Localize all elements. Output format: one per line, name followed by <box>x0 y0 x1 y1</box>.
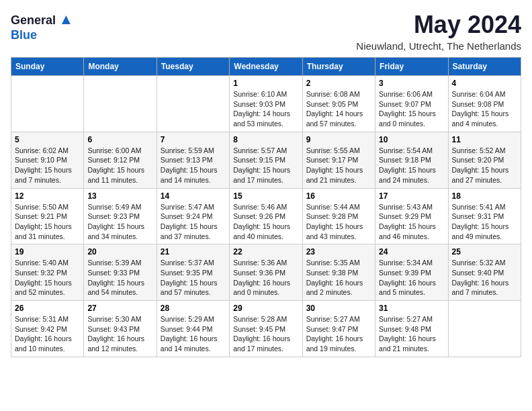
calendar-cell: 17Sunrise: 5:43 AMSunset: 9:29 PMDayligh… <box>375 188 448 244</box>
day-info: Sunrise: 5:50 AMSunset: 9:21 PMDaylight:… <box>15 202 80 242</box>
calendar-cell: 31Sunrise: 5:27 AMSunset: 9:48 PMDayligh… <box>375 301 448 357</box>
day-number: 10 <box>379 135 444 144</box>
calendar-cell: 21Sunrise: 5:37 AMSunset: 9:35 PMDayligh… <box>157 244 229 301</box>
weekday-header-monday: Monday <box>84 58 157 76</box>
location-title: Nieuwland, Utrecht, The Netherlands <box>356 40 521 52</box>
day-number: 2 <box>306 79 371 88</box>
day-info: Sunrise: 5:40 AMSunset: 9:32 PMDaylight:… <box>15 258 80 298</box>
calendar-cell: 19Sunrise: 5:40 AMSunset: 9:32 PMDayligh… <box>11 244 84 301</box>
day-number: 31 <box>379 304 444 313</box>
calendar-week-4: 19Sunrise: 5:40 AMSunset: 9:32 PMDayligh… <box>11 244 521 301</box>
calendar-cell: 7Sunrise: 5:59 AMSunset: 9:13 PMDaylight… <box>157 132 229 188</box>
calendar-cell: 8Sunrise: 5:57 AMSunset: 9:15 PMDaylight… <box>230 132 302 188</box>
day-number: 6 <box>87 135 152 144</box>
day-info: Sunrise: 5:54 AMSunset: 9:18 PMDaylight:… <box>379 146 444 185</box>
day-number: 7 <box>161 135 226 144</box>
weekday-header-friday: Friday <box>375 58 448 76</box>
weekday-header-thursday: Thursday <box>302 58 375 76</box>
day-info: Sunrise: 6:10 AMSunset: 9:03 PMDaylight:… <box>233 89 298 129</box>
day-info: Sunrise: 5:27 AMSunset: 9:48 PMDaylight:… <box>379 314 444 354</box>
day-info: Sunrise: 5:37 AMSunset: 9:35 PMDaylight:… <box>161 258 226 298</box>
day-info: Sunrise: 5:32 AMSunset: 9:40 PMDaylight:… <box>452 258 517 298</box>
page-header: General ▲ Blue May 2024 Nieuwland, Utrec… <box>11 11 521 52</box>
calendar-week-3: 12Sunrise: 5:50 AMSunset: 9:21 PMDayligh… <box>11 188 521 244</box>
calendar-cell: 22Sunrise: 5:36 AMSunset: 9:36 PMDayligh… <box>230 244 302 301</box>
day-info: Sunrise: 5:47 AMSunset: 9:24 PMDaylight:… <box>161 202 226 242</box>
day-number: 3 <box>379 79 444 88</box>
weekday-header-tuesday: Tuesday <box>157 58 229 76</box>
title-block: May 2024 Nieuwland, Utrecht, The Netherl… <box>356 11 521 52</box>
calendar-cell <box>448 301 521 357</box>
weekday-header-sunday: Sunday <box>11 58 84 76</box>
calendar-cell: 16Sunrise: 5:44 AMSunset: 9:28 PMDayligh… <box>302 188 375 244</box>
calendar-cell: 25Sunrise: 5:32 AMSunset: 9:40 PMDayligh… <box>448 244 521 301</box>
calendar-cell: 30Sunrise: 5:27 AMSunset: 9:47 PMDayligh… <box>302 301 375 357</box>
calendar-cell: 15Sunrise: 5:46 AMSunset: 9:26 PMDayligh… <box>230 188 302 244</box>
calendar-week-2: 5Sunrise: 6:02 AMSunset: 9:10 PMDaylight… <box>11 132 521 188</box>
calendar-header-row: SundayMondayTuesdayWednesdayThursdayFrid… <box>11 58 521 76</box>
day-number: 21 <box>161 247 226 257</box>
day-number: 27 <box>87 304 152 313</box>
calendar-cell: 11Sunrise: 5:52 AMSunset: 9:20 PMDayligh… <box>448 132 521 188</box>
logo-blue: Blue <box>11 28 37 42</box>
calendar-cell: 28Sunrise: 5:29 AMSunset: 9:44 PMDayligh… <box>157 301 229 357</box>
day-info: Sunrise: 5:52 AMSunset: 9:20 PMDaylight:… <box>452 146 517 185</box>
day-info: Sunrise: 5:46 AMSunset: 9:26 PMDaylight:… <box>233 202 298 242</box>
day-info: Sunrise: 6:02 AMSunset: 9:10 PMDaylight:… <box>15 146 80 185</box>
calendar-cell: 13Sunrise: 5:49 AMSunset: 9:23 PMDayligh… <box>84 188 157 244</box>
day-info: Sunrise: 5:34 AMSunset: 9:39 PMDaylight:… <box>379 258 444 298</box>
day-info: Sunrise: 6:08 AMSunset: 9:05 PMDaylight:… <box>306 89 371 129</box>
calendar-cell: 18Sunrise: 5:41 AMSunset: 9:31 PMDayligh… <box>448 188 521 244</box>
day-info: Sunrise: 5:43 AMSunset: 9:29 PMDaylight:… <box>379 202 444 242</box>
day-number: 17 <box>379 191 444 201</box>
day-info: Sunrise: 6:04 AMSunset: 9:08 PMDaylight:… <box>452 89 517 129</box>
day-info: Sunrise: 5:39 AMSunset: 9:33 PMDaylight:… <box>87 258 152 298</box>
month-year-title: May 2024 <box>356 11 521 39</box>
day-info: Sunrise: 6:00 AMSunset: 9:12 PMDaylight:… <box>87 146 152 185</box>
calendar-cell: 3Sunrise: 6:06 AMSunset: 9:07 PMDaylight… <box>375 76 448 132</box>
day-number: 14 <box>161 191 226 201</box>
day-info: Sunrise: 5:36 AMSunset: 9:36 PMDaylight:… <box>233 258 298 298</box>
day-info: Sunrise: 5:41 AMSunset: 9:31 PMDaylight:… <box>452 202 517 242</box>
day-number: 20 <box>87 247 152 257</box>
calendar-cell: 24Sunrise: 5:34 AMSunset: 9:39 PMDayligh… <box>375 244 448 301</box>
day-info: Sunrise: 5:35 AMSunset: 9:38 PMDaylight:… <box>306 258 371 298</box>
day-number: 5 <box>15 135 80 144</box>
calendar-cell: 23Sunrise: 5:35 AMSunset: 9:38 PMDayligh… <box>302 244 375 301</box>
day-info: Sunrise: 5:55 AMSunset: 9:17 PMDaylight:… <box>306 146 371 185</box>
calendar-cell: 10Sunrise: 5:54 AMSunset: 9:18 PMDayligh… <box>375 132 448 188</box>
calendar-cell: 20Sunrise: 5:39 AMSunset: 9:33 PMDayligh… <box>84 244 157 301</box>
day-info: Sunrise: 5:31 AMSunset: 9:42 PMDaylight:… <box>15 314 80 354</box>
logo-bird-icon: ▲ <box>59 11 74 28</box>
calendar-table: SundayMondayTuesdayWednesdayThursdayFrid… <box>11 57 521 357</box>
day-number: 19 <box>15 247 80 257</box>
day-number: 25 <box>452 247 517 257</box>
calendar-cell: 5Sunrise: 6:02 AMSunset: 9:10 PMDaylight… <box>11 132 84 188</box>
calendar-cell: 26Sunrise: 5:31 AMSunset: 9:42 PMDayligh… <box>11 301 84 357</box>
day-info: Sunrise: 5:59 AMSunset: 9:13 PMDaylight:… <box>161 146 226 185</box>
day-number: 8 <box>233 135 298 144</box>
weekday-header-wednesday: Wednesday <box>230 58 302 76</box>
day-number: 23 <box>306 247 371 257</box>
day-number: 1 <box>233 79 298 88</box>
calendar-cell <box>157 76 229 132</box>
day-info: Sunrise: 5:29 AMSunset: 9:44 PMDaylight:… <box>161 314 226 354</box>
calendar-cell: 9Sunrise: 5:55 AMSunset: 9:17 PMDaylight… <box>302 132 375 188</box>
day-number: 26 <box>15 304 80 313</box>
calendar-cell: 12Sunrise: 5:50 AMSunset: 9:21 PMDayligh… <box>11 188 84 244</box>
calendar-cell: 4Sunrise: 6:04 AMSunset: 9:08 PMDaylight… <box>448 76 521 132</box>
day-info: Sunrise: 6:06 AMSunset: 9:07 PMDaylight:… <box>379 89 444 129</box>
calendar-cell: 2Sunrise: 6:08 AMSunset: 9:05 PMDaylight… <box>302 76 375 132</box>
day-number: 24 <box>379 247 444 257</box>
calendar-cell: 27Sunrise: 5:30 AMSunset: 9:43 PMDayligh… <box>84 301 157 357</box>
day-number: 4 <box>452 79 517 88</box>
day-number: 16 <box>306 191 371 201</box>
day-info: Sunrise: 5:27 AMSunset: 9:47 PMDaylight:… <box>306 314 371 354</box>
day-number: 12 <box>15 191 80 201</box>
logo-general: General <box>11 13 56 27</box>
day-number: 22 <box>233 247 298 257</box>
logo: General ▲ Blue <box>11 11 73 42</box>
calendar-cell: 29Sunrise: 5:28 AMSunset: 9:45 PMDayligh… <box>230 301 302 357</box>
day-number: 28 <box>161 304 226 313</box>
day-number: 29 <box>233 304 298 313</box>
